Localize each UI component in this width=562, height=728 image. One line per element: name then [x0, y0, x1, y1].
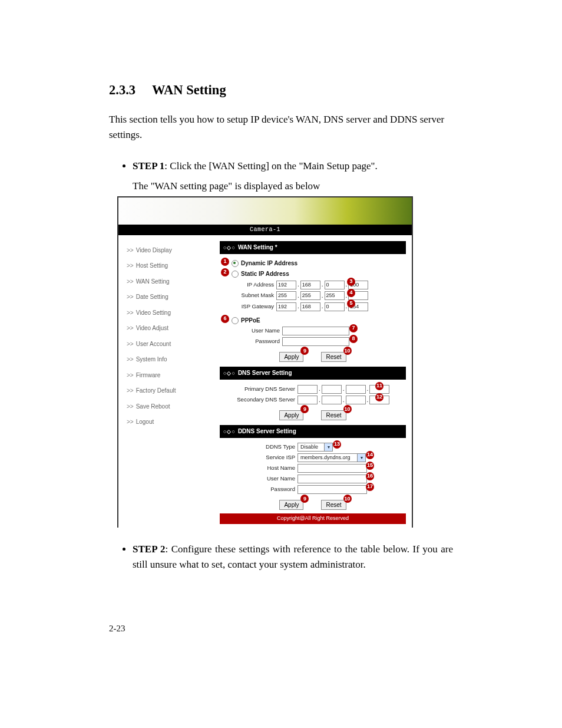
gateway-row: ISP Gateway 192. 168. 0. 254 5 [232, 302, 406, 311]
callout-14: 14 [366, 451, 374, 459]
radio-pppoe-input[interactable] [232, 317, 239, 324]
chevron-down-icon: ▾ [324, 443, 332, 451]
ip-address-row: IP Address 192. 168. 0. 100 3 [232, 280, 406, 289]
callout-15: 15 [366, 462, 374, 470]
section-title: WAN Setting [152, 83, 226, 97]
mask-octet-3[interactable]: 255 [325, 291, 345, 300]
screenshot-main: ○◇○WAN Setting * 1 Dynamic IP Address 2 … [220, 235, 412, 528]
pppoe-pass-row: Password 8 [232, 337, 406, 346]
sdns-2[interactable] [322, 396, 342, 404]
callout-13: 13 [333, 440, 341, 449]
sdns-3[interactable] [346, 396, 366, 404]
dns-button-row: Apply 9 Reset 10 [220, 410, 406, 420]
section-heading: 2.3.3WAN Setting [109, 83, 453, 98]
pdns-1[interactable] [297, 385, 318, 394]
section-intro: This section tells you how to setup IP d… [109, 112, 453, 143]
wan-reset-button[interactable]: Reset 10 [321, 352, 346, 362]
ddns-apply-button[interactable]: Apply 9 [279, 500, 303, 510]
callout-9b: 9 [300, 405, 309, 413]
screenshot-banner [118, 197, 412, 225]
radio-static-ip[interactable]: 2 Static IP Address [232, 269, 406, 279]
gw-octet-1[interactable]: 192 [276, 302, 296, 311]
dns-header: ○◇○DNS Server Setting [220, 367, 406, 380]
callout-11: 11 [375, 382, 384, 390]
ip-octet-1[interactable]: 192 [276, 281, 296, 289]
radio-dynamic-ip-input[interactable] [232, 260, 239, 267]
callout-8: 8 [349, 335, 358, 343]
sdns-1[interactable] [297, 396, 318, 404]
sidebar-item-system-info[interactable]: >>System Info [127, 352, 220, 368]
pdns-2[interactable] [322, 385, 342, 394]
subnet-mask-row: Subnet Mask 255. 255. 255. 0 4 [232, 291, 406, 301]
section-number: 2.3.3 [109, 83, 135, 97]
sidebar-item-save-reboot[interactable]: >>Save Reboot [127, 398, 220, 414]
ddns-host-row: Host Name 15 [232, 464, 406, 473]
mask-octet-1[interactable]: 255 [276, 291, 296, 300]
callout-16: 16 [366, 472, 374, 480]
callout-6: 6 [221, 315, 229, 323]
pppoe-pass-input[interactable] [282, 337, 349, 346]
sidebar-item-video-adjust[interactable]: >>Video Adjust [127, 321, 220, 337]
step-1-label: STEP 1 [133, 160, 164, 172]
ddns-pass-input[interactable] [297, 485, 367, 494]
ddns-isp-select[interactable]: members.dyndns.org ▾ [297, 453, 366, 462]
screenshot-sidebar: >>Video Display >>Host Setting >>WAN Set… [118, 235, 220, 528]
dns-apply-button[interactable]: Apply 9 [279, 410, 303, 420]
mask-octet-2[interactable]: 255 [300, 291, 320, 300]
sidebar-item-wan-setting[interactable]: >>WAN Setting [127, 274, 220, 289]
step-2-text: : Configure these settings with referenc… [133, 543, 453, 570]
sidebar-item-video-display[interactable]: >>Video Display [127, 242, 220, 258]
callout-17: 17 [366, 483, 374, 491]
step-1-sub: The "WAN setting page" is displayed as b… [133, 179, 453, 194]
ddns-type-select[interactable]: Disable ▾ [297, 443, 333, 452]
sidebar-item-logout[interactable]: >>Logout [127, 414, 220, 430]
radio-pppoe[interactable]: 6 PPPoE [232, 316, 406, 325]
ddns-isp-row: Service ISP members.dyndns.org ▾ 14 [232, 453, 406, 462]
callout-7: 7 [349, 324, 358, 332]
sidebar-item-factory-default[interactable]: >>Factory Default [127, 383, 220, 399]
ddns-type-row: DDNS Type Disable ▾ 13 [232, 443, 406, 452]
step-1-text: : Click the [WAN Setting] on the "Main S… [164, 160, 377, 172]
screenshot-footer: Copyright@All Right Reserved [220, 513, 406, 524]
ddns-reset-button[interactable]: Reset 10 [321, 500, 346, 510]
ddns-button-row: Apply 9 Reset 10 [220, 500, 406, 510]
sidebar-item-host-setting[interactable]: >>Host Setting [127, 258, 220, 274]
callout-10c: 10 [343, 495, 352, 503]
wan-setting-header: ○◇○WAN Setting * [220, 241, 406, 254]
wan-button-row: Apply 9 Reset 10 [220, 352, 406, 362]
page-number: 2-23 [109, 624, 125, 634]
sidebar-item-firmware[interactable]: >>Firmware [127, 367, 220, 383]
callout-9: 9 [300, 347, 309, 355]
gw-octet-3[interactable]: 0 [325, 302, 345, 311]
callout-10b: 10 [343, 405, 352, 413]
step-2: STEP 2: Configure these settings with re… [133, 542, 453, 573]
secondary-dns-row: Secondary DNS Server . . . 12 [232, 396, 406, 405]
sidebar-item-video-setting[interactable]: >>Video Setting [127, 305, 220, 321]
pppoe-user-input[interactable] [282, 327, 349, 335]
radio-dynamic-ip[interactable]: 1 Dynamic IP Address [232, 259, 406, 268]
ip-octet-2[interactable]: 168 [300, 281, 320, 289]
radio-static-ip-input[interactable] [232, 271, 239, 278]
wan-apply-button[interactable]: Apply 9 [279, 352, 303, 362]
ddns-host-input[interactable] [297, 464, 367, 473]
primary-dns-row: Primary DNS Server . . . 11 [232, 384, 406, 394]
callout-2: 2 [221, 268, 229, 276]
ddns-header: ○◇○DDNS Server Setting [220, 425, 406, 438]
callout-1: 1 [221, 258, 229, 266]
ddns-user-row: User Name 16 [232, 475, 406, 483]
step-1: STEP 1: Click the [WAN Setting] on the "… [133, 159, 453, 528]
callout-10: 10 [343, 347, 352, 355]
step-2-label: STEP 2 [133, 543, 166, 555]
ddns-user-input[interactable] [297, 475, 367, 483]
gw-octet-2[interactable]: 168 [300, 302, 320, 311]
callout-9c: 9 [300, 495, 309, 503]
wan-setting-screenshot: Camera-1 >>Video Display >>Host Setting … [117, 196, 413, 528]
sidebar-item-user-account[interactable]: >>User Account [127, 336, 220, 352]
pdns-3[interactable] [346, 385, 366, 394]
sidebar-item-date-setting[interactable]: >>Date Setting [127, 289, 220, 305]
callout-4: 4 [347, 289, 355, 297]
callout-12: 12 [375, 393, 384, 401]
pppoe-user-row: User Name 7 [232, 327, 406, 335]
dns-reset-button[interactable]: Reset 10 [321, 410, 346, 420]
ip-octet-3[interactable]: 0 [325, 281, 345, 289]
